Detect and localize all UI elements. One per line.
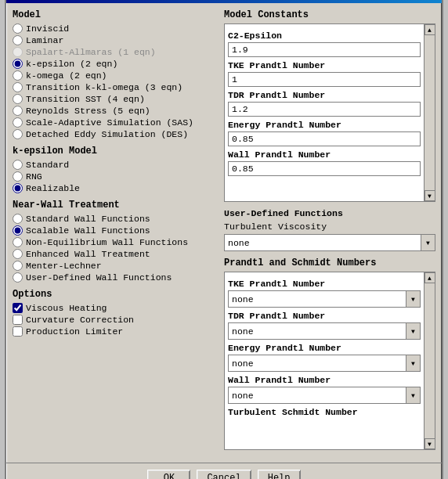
model-radio-input-transition-sst[interactable]	[13, 94, 23, 104]
model-radio-input-k-omega[interactable]	[13, 70, 23, 81]
prandtl-dropdown-arrow[interactable]: ▼	[406, 387, 420, 403]
constant-value[interactable]: 0.85	[228, 161, 421, 176]
prandtl-scrollbar[interactable]: ▲ ▼	[424, 272, 435, 449]
content-area: Model InviscidLaminarSpalart-Allmaras (1…	[6, 3, 442, 463]
near-wall-radio-scalable-wall-fn[interactable]: Scalable Wall Functions	[13, 225, 218, 236]
help-button[interactable]: Help	[258, 470, 301, 479]
ok-button[interactable]: OK	[147, 470, 190, 479]
option-checkbox-input-viscous-heating[interactable]	[13, 303, 23, 313]
k-epsilon-radio-input-standard[interactable]	[13, 160, 23, 170]
k-epsilon-radio-standard[interactable]: Standard	[13, 160, 218, 170]
model-radio-label-spalart: Spalart-Allmaras (1 eqn)	[26, 47, 156, 57]
model-radio-label-transition-kklomega: Transition k-kl-omega (3 eqn)	[26, 82, 182, 92]
constant-value[interactable]: 0.85	[228, 131, 421, 146]
option-checkbox-label-viscous-heating: Viscous Heating	[26, 303, 107, 313]
near-wall-radio-label-menter-lechner: Menter-Lechner	[26, 261, 102, 271]
constant-value[interactable]: 1.2	[228, 102, 421, 117]
constant-value[interactable]: 1.9	[228, 42, 421, 57]
udf-section: User-Defined Functions Turbulent Viscosi…	[224, 208, 435, 251]
model-radio-input-transition-kklomega[interactable]	[13, 82, 23, 92]
option-checkbox-input-curvature-correction[interactable]	[13, 315, 23, 325]
model-header: Model	[13, 9, 218, 20]
prandtl-scrollbar-up[interactable]: ▲	[425, 272, 435, 283]
near-wall-radio-input-scalable-wall-fn[interactable]	[13, 225, 23, 236]
option-checkbox-curvature-correction[interactable]: Curvature Correction	[13, 315, 218, 325]
model-radio-transition-sst[interactable]: Transition SST (4 eqn)	[13, 94, 218, 104]
model-radio-sas[interactable]: Scale-Adaptive Simulation (SAS)	[13, 117, 218, 128]
near-wall-radio-input-user-wall-fn[interactable]	[13, 272, 23, 283]
k-epsilon-radio-realizable[interactable]: Realizable	[13, 183, 218, 193]
prandtl-dropdown-arrow[interactable]: ▼	[406, 323, 420, 339]
model-radio-input-inviscid[interactable]	[13, 23, 23, 34]
udf-dropdown-arrow[interactable]: ▼	[421, 235, 435, 250]
constant-label: Wall Prandtl Number	[228, 149, 421, 160]
prandtl-dropdown-arrow[interactable]: ▼	[406, 291, 420, 307]
near-wall-radio-input-standard-wall-fn[interactable]	[13, 214, 23, 224]
model-radio-transition-kklomega[interactable]: Transition k-kl-omega (3 eqn)	[13, 82, 218, 92]
udf-turbulent-viscosity-value: none	[225, 236, 421, 250]
model-radio-label-reynolds-stress: Reynolds Stress (5 eqn)	[26, 106, 150, 116]
model-radio-k-epsilon[interactable]: k-epsilon (2 eqn)	[13, 59, 218, 69]
model-constants-content: C2-Epsilon1.9TKE Prandtl Number1TDR Pran…	[225, 24, 424, 201]
constant-label: C2-Epsilon	[228, 31, 421, 41]
k-epsilon-radio-rng[interactable]: RNG	[13, 171, 218, 182]
prandtl-dropdown[interactable]: none▼	[228, 355, 421, 372]
constants-scrollbar[interactable]: ▲ ▼	[424, 24, 435, 201]
model-radio-label-k-epsilon: k-epsilon (2 eqn)	[26, 59, 117, 69]
right-panel: Model Constants C2-Epsilon1.9TKE Prandtl…	[224, 9, 435, 456]
scrollbar-down[interactable]: ▼	[425, 190, 435, 201]
udf-turbulent-viscosity-dropdown[interactable]: none ▼	[224, 234, 435, 251]
model-radio-laminar[interactable]: Laminar	[13, 35, 218, 45]
k-epsilon-radio-input-rng[interactable]	[13, 171, 23, 182]
option-checkbox-viscous-heating[interactable]: Viscous Heating	[13, 303, 218, 313]
prandtl-dropdown-value: none	[229, 389, 406, 402]
prandtl-dropdown[interactable]: none▼	[228, 387, 421, 404]
model-radio-k-omega[interactable]: k-omega (2 eqn)	[13, 70, 218, 81]
near-wall-header: Near-Wall Treatment	[13, 200, 218, 211]
near-wall-radio-non-eq-wall-fn[interactable]: Non-Equilibrium Wall Functions	[13, 237, 218, 247]
near-wall-radio-menter-lechner[interactable]: Menter-Lechner	[13, 261, 218, 271]
model-radio-input-spalart[interactable]	[13, 47, 23, 57]
options-section: Options Viscous HeatingCurvature Correct…	[13, 289, 218, 337]
near-wall-radio-label-user-wall-fn: User-Defined Wall Functions	[26, 272, 172, 283]
scrollbar-up[interactable]: ▲	[425, 24, 435, 35]
model-radio-input-reynolds-stress[interactable]	[13, 106, 23, 116]
near-wall-radio-standard-wall-fn[interactable]: Standard Wall Functions	[13, 214, 218, 224]
model-radio-reynolds-stress[interactable]: Reynolds Stress (5 eqn)	[13, 106, 218, 116]
prandtl-dropdown[interactable]: none▼	[228, 290, 421, 308]
prandtl-dropdown-arrow[interactable]: ▼	[406, 355, 420, 371]
constant-label: TDR Prandtl Number	[228, 90, 421, 100]
model-constants-inner: C2-Epsilon1.9TKE Prandtl Number1TDR Pran…	[225, 24, 435, 201]
prandtl-dropdown-value: none	[229, 357, 406, 370]
model-radio-spalart[interactable]: Spalart-Allmaras (1 eqn)	[13, 47, 218, 57]
option-checkbox-label-curvature-correction: Curvature Correction	[26, 315, 134, 325]
near-wall-radio-input-menter-lechner[interactable]	[13, 261, 23, 271]
cancel-button[interactable]: Cancel	[197, 470, 251, 479]
near-wall-radio-user-wall-fn[interactable]: User-Defined Wall Functions	[13, 272, 218, 283]
model-radio-input-laminar[interactable]	[13, 35, 23, 45]
k-epsilon-radio-input-realizable[interactable]	[13, 183, 23, 193]
model-radio-label-k-omega: k-omega (2 eqn)	[26, 70, 107, 81]
model-radio-input-sas[interactable]	[13, 117, 23, 128]
option-checkbox-input-production-limiter[interactable]	[13, 326, 23, 337]
option-checkbox-production-limiter[interactable]: Production Limiter	[13, 326, 218, 337]
prandtl-dropdown[interactable]: none▼	[228, 322, 421, 340]
prandtl-inner: TKE Prandtl Numbernone▼TDR Prandtl Numbe…	[225, 272, 435, 449]
near-wall-radio-enhanced-wall[interactable]: Enhanced Wall Treatment	[13, 249, 218, 259]
model-list: InviscidLaminarSpalart-Allmaras (1 eqn)k…	[13, 23, 218, 139]
constant-value[interactable]: 1	[228, 72, 421, 87]
prandtl-scrollbar-down[interactable]: ▼	[425, 438, 435, 449]
model-radio-input-des[interactable]	[13, 129, 23, 139]
option-checkbox-label-production-limiter: Production Limiter	[26, 326, 123, 337]
model-radio-input-k-epsilon[interactable]	[13, 59, 23, 69]
constant-label: Energy Prandtl Number	[228, 120, 421, 130]
prandtl-label: Wall Prandtl Number	[228, 375, 421, 385]
model-constants-header: Model Constants	[224, 9, 435, 20]
prandtl-content: TKE Prandtl Numbernone▼TDR Prandtl Numbe…	[225, 272, 424, 449]
prandtl-box: TKE Prandtl Numbernone▼TDR Prandtl Numbe…	[224, 272, 435, 450]
near-wall-radio-input-enhanced-wall[interactable]	[13, 249, 23, 259]
options-header: Options	[13, 289, 218, 300]
near-wall-radio-input-non-eq-wall-fn[interactable]	[13, 237, 23, 247]
model-radio-des[interactable]: Detached Eddy Simulation (DES)	[13, 129, 218, 139]
model-radio-inviscid[interactable]: Inviscid	[13, 23, 218, 34]
